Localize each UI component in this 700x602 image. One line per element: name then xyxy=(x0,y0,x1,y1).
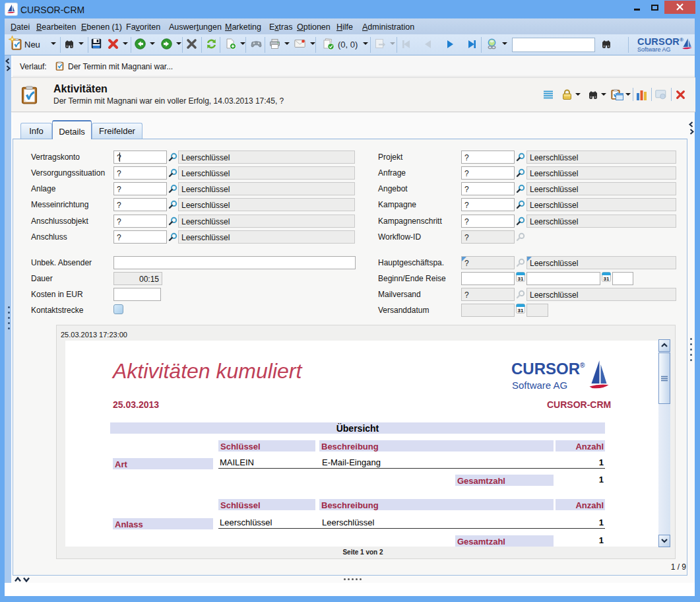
svg-text:31: 31 xyxy=(518,276,524,282)
svg-text:31: 31 xyxy=(604,276,610,282)
svg-text:31: 31 xyxy=(518,308,524,314)
